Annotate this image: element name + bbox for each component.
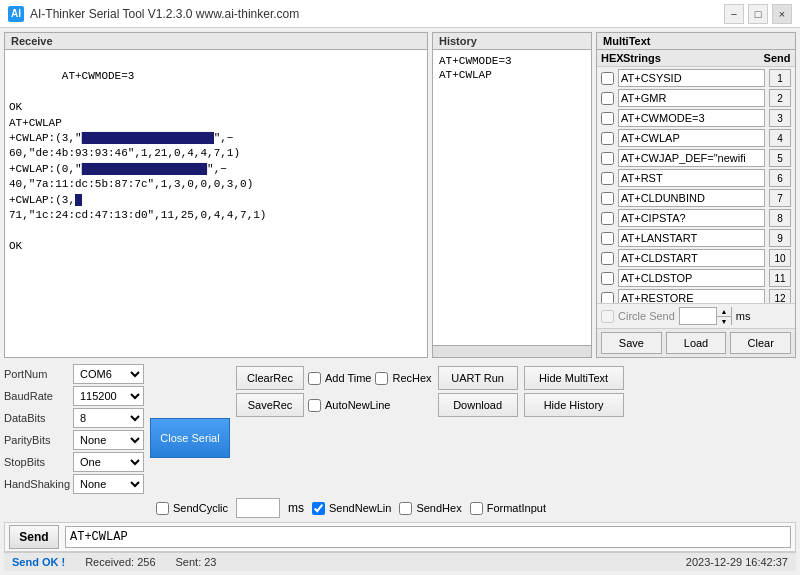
col-strings-label: Strings <box>623 52 759 64</box>
receive-content[interactable]: AT+CWMODE=3 OK AT+CWLAP +CWLAP:(3,"█████… <box>5 50 427 357</box>
mt-string-input[interactable] <box>618 109 765 127</box>
send-newlin-checkbox[interactable] <box>312 502 325 515</box>
spinner-up[interactable]: ▲ <box>717 307 731 316</box>
save-button[interactable]: Save <box>601 332 662 354</box>
circle-send-spinner: 500 ▲ ▼ <box>679 307 732 325</box>
download-button[interactable]: Download <box>438 393 518 417</box>
circle-send-checkbox[interactable] <box>601 310 614 323</box>
auto-newline-label[interactable]: AutoNewLine <box>308 399 390 412</box>
mt-send-button[interactable]: 3 <box>769 109 791 127</box>
mt-send-button[interactable]: 4 <box>769 129 791 147</box>
baudrate-select[interactable]: 115200 <box>73 386 144 406</box>
mt-hex-checkbox[interactable] <box>601 152 614 165</box>
auto-newline-checkbox[interactable] <box>308 399 321 412</box>
mt-hex-checkbox[interactable] <box>601 292 614 304</box>
send-button[interactable]: Send <box>9 525 59 549</box>
rec-hex-checkbox-label[interactable]: RecHex <box>375 366 431 390</box>
spinner-buttons: ▲ ▼ <box>716 307 731 325</box>
multitext-row: 10 <box>601 249 791 267</box>
mt-string-input[interactable] <box>618 229 765 247</box>
add-time-checkbox-label[interactable]: Add Time <box>308 366 371 390</box>
save-rec-button[interactable]: SaveRec <box>236 393 304 417</box>
mt-send-button[interactable]: 10 <box>769 249 791 267</box>
mt-send-button[interactable]: 8 <box>769 209 791 227</box>
send-newlin-label[interactable]: SendNewLin <box>312 502 391 515</box>
databits-select[interactable]: 8 <box>73 408 144 428</box>
mt-hex-checkbox[interactable] <box>601 132 614 145</box>
circle-send-label: Circle Send <box>618 310 675 322</box>
multitext-rows: 1 2 3 4 5 6 7 8 9 10 11 <box>597 67 795 303</box>
mt-string-input[interactable] <box>618 209 765 227</box>
mt-send-button[interactable]: 11 <box>769 269 791 287</box>
send-cyclic-label[interactable]: SendCyclic <box>156 502 228 515</box>
mt-hex-checkbox[interactable] <box>601 112 614 125</box>
load-button[interactable]: Load <box>666 332 727 354</box>
app-icon: AI <box>8 6 24 22</box>
mt-hex-checkbox[interactable] <box>601 272 614 285</box>
mt-hex-checkbox[interactable] <box>601 172 614 185</box>
mt-hex-checkbox[interactable] <box>601 232 614 245</box>
mt-send-button[interactable]: 12 <box>769 289 791 303</box>
send-cyclic-checkbox[interactable] <box>156 502 169 515</box>
mt-send-button[interactable]: 5 <box>769 149 791 167</box>
mt-hex-checkbox[interactable] <box>601 192 614 205</box>
uart-run-button[interactable]: UART Run <box>438 366 518 390</box>
mt-string-input[interactable] <box>618 269 765 287</box>
list-item[interactable]: AT+CWLAP <box>437 68 587 82</box>
hide-multitext-button[interactable]: Hide MultiText <box>524 366 624 390</box>
mt-string-input[interactable] <box>618 149 765 167</box>
send-hex-label[interactable]: SendHex <box>399 502 461 515</box>
clear-rec-button[interactable]: ClearRec <box>236 366 304 390</box>
handshaking-select[interactable]: None <box>73 474 144 494</box>
send-input[interactable] <box>65 526 791 548</box>
list-item[interactable]: AT+CWMODE=3 <box>437 54 587 68</box>
minimize-button[interactable]: − <box>724 4 744 24</box>
mt-send-button[interactable]: 9 <box>769 229 791 247</box>
mt-string-input[interactable] <box>618 129 765 147</box>
hide-history-button[interactable]: Hide History <box>524 393 624 417</box>
send-cyclic-input[interactable]: 800 <box>236 498 280 518</box>
portnum-select[interactable]: COM6 <box>73 364 144 384</box>
paritybits-row: ParityBits None <box>4 430 144 450</box>
send-hex-checkbox[interactable] <box>399 502 412 515</box>
add-time-checkbox[interactable] <box>308 372 321 385</box>
mt-string-input[interactable] <box>618 249 765 267</box>
mt-string-input[interactable] <box>618 289 765 303</box>
close-button[interactable]: × <box>772 4 792 24</box>
mt-string-input[interactable] <box>618 89 765 107</box>
mt-send-button[interactable]: 2 <box>769 89 791 107</box>
portnum-row: PortNum COM6 <box>4 364 144 384</box>
maximize-button[interactable]: □ <box>748 4 768 24</box>
send-newlin-text: SendNewLin <box>329 502 391 514</box>
spinner-down[interactable]: ▼ <box>717 316 731 325</box>
app-title: AI-Thinker Serial Tool V1.2.3.0 www.ai-t… <box>30 7 299 21</box>
mt-string-input[interactable] <box>618 69 765 87</box>
send-options-row: SendCyclic 800 ms SendNewLin SendHex For… <box>4 496 796 520</box>
ms-label: ms <box>736 310 751 322</box>
mt-string-input[interactable] <box>618 169 765 187</box>
mt-hex-checkbox[interactable] <box>601 252 614 265</box>
format-input-label[interactable]: FormatInput <box>470 502 546 515</box>
bottom-section: PortNum COM6 BaudRate 115200 DataBits 8 <box>4 362 796 552</box>
paritybits-select[interactable]: None <box>73 430 144 450</box>
close-serial-button[interactable]: Close Serial <box>150 418 230 458</box>
mt-send-button[interactable]: 6 <box>769 169 791 187</box>
mt-send-button[interactable]: 7 <box>769 189 791 207</box>
send-hex-text: SendHex <box>416 502 461 514</box>
mt-hex-checkbox[interactable] <box>601 72 614 85</box>
rec-hex-checkbox[interactable] <box>375 372 388 385</box>
col-send-label: Send <box>763 52 791 64</box>
mt-hex-checkbox[interactable] <box>601 212 614 225</box>
mt-send-button[interactable]: 1 <box>769 69 791 87</box>
mt-hex-checkbox[interactable] <box>601 92 614 105</box>
app-icon-text: AI <box>11 8 21 19</box>
clear-button[interactable]: Clear <box>730 332 791 354</box>
history-list[interactable]: AT+CWMODE=3 AT+CWLAP <box>433 50 591 345</box>
window-controls: − □ × <box>724 4 792 24</box>
circle-send-input[interactable]: 500 <box>680 308 716 324</box>
history-scrollbar[interactable] <box>433 345 591 357</box>
mt-string-input[interactable] <box>618 189 765 207</box>
stopbits-select[interactable]: One <box>73 452 144 472</box>
format-input-checkbox[interactable] <box>470 502 483 515</box>
history-header: History <box>433 33 591 50</box>
